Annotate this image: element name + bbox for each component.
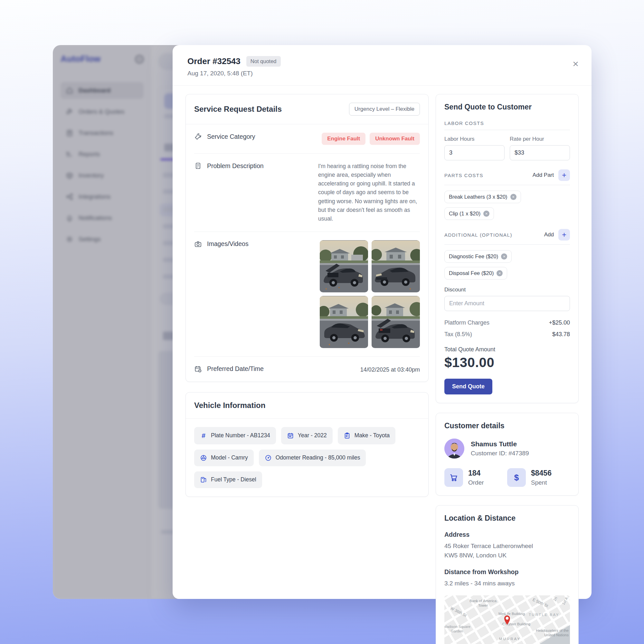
gauge-icon [265, 454, 272, 461]
orders-stat: 184 Order [444, 468, 507, 487]
wrench-icon [194, 133, 202, 140]
customer-avatar [444, 439, 464, 459]
part-tag: Clip (1 x $20) × [444, 207, 494, 220]
add-additional-plus-icon[interactable]: + [558, 229, 570, 241]
map-label: MURRAY [499, 637, 521, 641]
map-label: TURTLE BAY [529, 612, 559, 617]
cart-icon [444, 468, 463, 487]
map-label: E 50th St [532, 597, 549, 609]
images-videos-row: Images/Videos [186, 232, 428, 356]
add-additional-label: Add [544, 232, 554, 238]
orders-count: 184 [468, 469, 484, 478]
calendar-clock-icon [194, 365, 202, 373]
location-map[interactable]: Bank of America Tower E 50th St MetLife … [444, 595, 570, 644]
customer-details-card: Customer details [436, 413, 579, 496]
platform-charges-row: Platform Charges +$25.00 [444, 319, 570, 326]
platform-charges-label: Platform Charges [444, 319, 489, 326]
map-label: Headquarters of the United Nations [534, 628, 569, 638]
service-category-row: Service Category Engine Fault Unknown Fa… [186, 124, 428, 153]
preferred-datetime-row: Preferred Date/Time 14/02/2025 at 03:40p… [186, 357, 428, 382]
address-label: Address [444, 531, 570, 538]
request-photo-front-three-quarter[interactable] [372, 240, 420, 292]
service-category-label: Service Category [207, 133, 255, 140]
vehicle-information-title: Vehicle Information [194, 401, 265, 410]
additional-tag-label: Diagnostic Fee ($20) [449, 253, 498, 260]
parts-costs-section-label: PARTS COSTS [444, 173, 483, 178]
map-label: MetLife Building [498, 611, 525, 616]
order-details-modal: Order #32543 Not quoted Aug 17, 2020, 5:… [173, 45, 592, 599]
part-tag: Break Leathers (3 x $20) × [444, 191, 521, 203]
vehicle-chip-odometer: Odometer Reading - 85,000 miles [259, 450, 366, 466]
remove-tag-icon[interactable]: × [497, 270, 503, 276]
labor-hours-label: Labor Hours [444, 136, 505, 142]
customer-name: Shamus Tuttle [471, 440, 529, 448]
total-quote-label: Total Quote Amount [444, 346, 570, 353]
modal-header: Order #32543 Not quoted Aug 17, 2020, 5:… [173, 45, 592, 86]
add-part-plus-icon[interactable]: + [558, 169, 570, 181]
close-icon[interactable]: × [573, 59, 579, 69]
rate-per-hour-label: Rate per Hour [510, 136, 570, 142]
vehicle-chip-label: Make - Toyota [355, 432, 390, 439]
discount-input[interactable] [444, 296, 570, 311]
hash-icon: # [200, 432, 207, 440]
order-title: Order #32543 [187, 56, 241, 66]
tax-value: $43.78 [552, 331, 570, 338]
labor-costs-section-label: LABOR COSTS [444, 120, 484, 126]
map-label: Madison Square Garden [444, 624, 475, 634]
tax-row: Tax (8.5%) $43.78 [444, 331, 570, 338]
problem-description-row: Problem Description I'm hearing a rattli… [186, 154, 428, 232]
map-label: Bank of America Tower [468, 599, 498, 608]
spent-label: Spent [531, 479, 552, 486]
part-tag-label: Break Leathers (3 x $20) [449, 194, 507, 200]
preferred-datetime-label: Preferred Date/Time [207, 365, 264, 373]
customer-id: Customer ID: #47389 [471, 450, 529, 457]
request-photo-hood-open-front[interactable] [320, 240, 368, 292]
spent-stat: $ $8456 Spent [507, 468, 570, 487]
distance-label: Distance from Workshop [444, 568, 570, 576]
platform-charges-value: +$25.00 [549, 319, 570, 326]
vehicle-chip-label: Fuel Type - Diesel [211, 476, 256, 483]
send-quote-card: Send Quote to Customer LABOR COSTS Labor… [436, 94, 579, 403]
vehicle-chip-label: Odometer Reading - 85,000 miles [276, 454, 360, 461]
remove-tag-icon[interactable]: × [501, 253, 507, 260]
vehicle-chip-label: Year - 2022 [298, 432, 327, 439]
send-quote-title: Send Quote to Customer [444, 103, 570, 111]
labor-hours-input[interactable] [444, 145, 505, 160]
additional-tag-label: Disposal Fee ($20) [449, 270, 494, 276]
vehicle-chip-year: Year - 2022 [281, 427, 333, 444]
images-videos-label: Images/Videos [207, 240, 249, 248]
map-label: W 36th St [449, 606, 467, 618]
calendar-icon [287, 432, 294, 439]
vehicle-chip-label: Plate Number - AB1234 [211, 432, 270, 439]
service-request-title: Service Request Details [194, 105, 282, 114]
map-label: 1st A [561, 596, 569, 605]
additional-section-label: ADDITIONAL (OPTIONAL) [444, 232, 512, 238]
tax-label: Tax (8.5%) [444, 331, 472, 338]
fuel-icon [200, 476, 207, 483]
vehicle-chip-plate: # Plate Number - AB1234 [194, 427, 276, 444]
map-pin-icon [503, 614, 511, 626]
send-quote-button[interactable]: Send Quote [444, 379, 492, 394]
dollar-icon: $ [507, 468, 526, 487]
page-background: AutoFlow Dashboard Orders & Quotes Trans… [0, 0, 644, 644]
add-part-label: Add Part [533, 172, 554, 178]
preferred-datetime-value: 14/02/2025 at 03:40pm [318, 365, 420, 373]
remove-tag-icon[interactable]: × [510, 194, 516, 200]
rate-per-hour-input[interactable] [510, 145, 570, 160]
problem-description-text: I'm hearing a rattling noise from the en… [318, 162, 420, 223]
total-quote-value: $130.00 [444, 355, 570, 370]
orders-label: Order [468, 479, 484, 486]
additional-tag: Diagnostic Fee ($20) × [444, 250, 512, 263]
steering-icon [200, 454, 207, 461]
address-line-1: 45 Roker Terrace Latheronwheel [444, 542, 570, 551]
remove-tag-icon[interactable]: × [483, 211, 489, 217]
service-request-card: Service Request Details Urgency Level – … [185, 94, 429, 382]
request-photo-side-front[interactable] [320, 296, 368, 348]
part-tag-label: Clip (1 x $20) [449, 211, 480, 217]
request-photo-hood-open-side[interactable] [372, 296, 420, 348]
spent-amount: $8456 [531, 469, 552, 478]
vehicle-chip-label: Model - Camry [211, 454, 248, 461]
order-date: Aug 17, 2020, 5:48 (ET) [187, 70, 577, 77]
address-line-2: KW5 8NW, London UK [444, 551, 570, 560]
discount-label: Discount [444, 287, 570, 293]
